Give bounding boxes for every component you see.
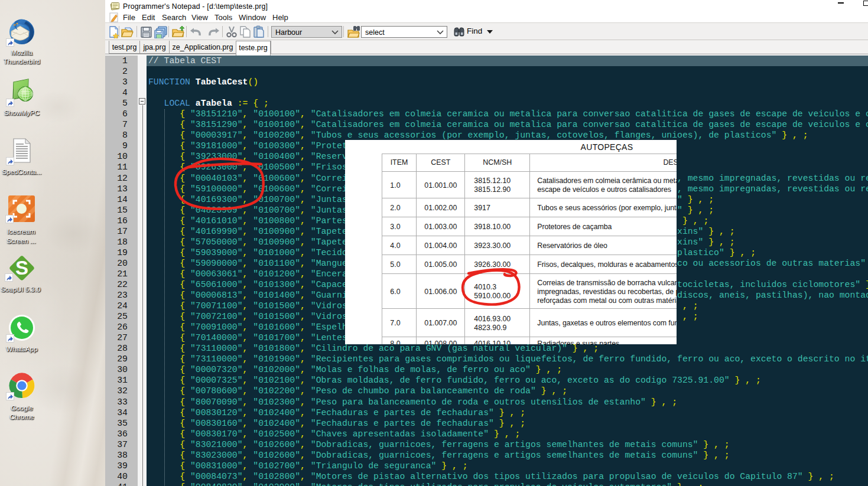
svg-text:S: S <box>15 257 28 279</box>
